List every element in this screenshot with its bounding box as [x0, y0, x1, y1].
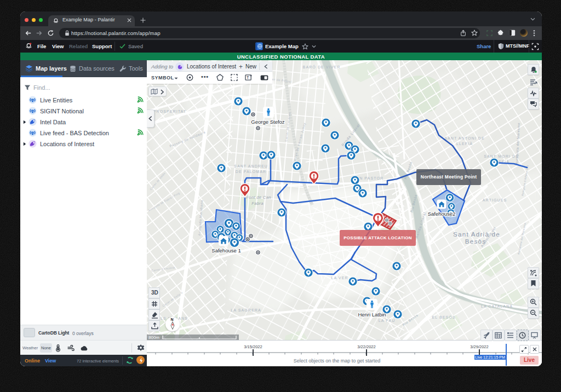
svg-text:Avinguda Meridiana: Avinguda Meridiana: [198, 200, 204, 236]
svg-text:Safehouse2: Safehouse2: [428, 211, 456, 217]
svg-text:Avinguda d'Alfons XIII: Avinguda d'Alfons XIII: [520, 165, 529, 197]
svg-text:EL BESÒS: EL BESÒS: [432, 315, 455, 319]
svg-text:Ronda Litoral: Ronda Litoral: [415, 211, 427, 239]
svg-text:LLEFIÀ: LLEFIÀ: [456, 141, 473, 146]
svg-text:T: T: [247, 76, 249, 79]
svg-text:LA PAU: LA PAU: [379, 319, 396, 322]
svg-text:DE PALOMAR: DE PALOMAR: [236, 170, 266, 174]
svg-text:Autopista del Maresme: Autopista del Maresme: [515, 123, 520, 164]
svg-text:SANT ANDREU: SANT ANDREU: [234, 164, 268, 168]
svg-text:Passeig de Valldaura: Passeig de Valldaura: [169, 130, 206, 148]
svg-text:Fabra: Fabra: [251, 201, 264, 206]
svg-text:Henri Latbin: Henri Latbin: [358, 312, 386, 318]
svg-text:Carrer de Caracas: Carrer de Caracas: [284, 112, 291, 142]
svg-text:Font de Can: Font de Can: [246, 195, 271, 200]
svg-text:BARÓ DE VIVER: BARÓ DE VIVER: [303, 65, 341, 69]
svg-text:Autopista del Maresme: Autopista del Maresme: [517, 222, 526, 255]
svg-text:Riu Besòs: Riu Besòs: [404, 161, 413, 180]
svg-text:Riu Besòs: Riu Besòs: [410, 194, 418, 212]
svg-text:LA VER: LA VER: [331, 276, 348, 280]
svg-text:George Stefoz: George Stefoz: [251, 119, 285, 125]
svg-text:Riu Besòs: Riu Besòs: [402, 313, 419, 326]
svg-text:LA SAGRERA: LA SAGRERA: [231, 308, 261, 312]
svg-text:Carrer de Valdu: Carrer de Valdu: [149, 171, 166, 191]
svg-text:Carrer de Ferran Junoy: Carrer de Ferran Junoy: [292, 122, 306, 164]
svg-text:SANT MORI DE: SANT MORI DE: [484, 154, 519, 158]
svg-text:SANT ANTONI DE: SANT ANTONI DE: [444, 136, 485, 140]
svg-text:LA CATALANA: LA CATALANA: [481, 304, 513, 308]
svg-text:PROSPERITAT: PROSPERITAT: [153, 109, 186, 113]
svg-text:Carrer de Felip II: Carrer de Felip II: [162, 291, 184, 308]
svg-text:Safehouse 1: Safehouse 1: [211, 247, 241, 253]
svg-text:Carrer d'Escòcia: Carrer d'Escòcia: [151, 266, 175, 272]
svg-text:Avinguda de Fabra i Puig: Avinguda de Fabra i Puig: [147, 191, 180, 212]
svg-text:ARTIGUES: ARTIGUES: [483, 198, 507, 202]
